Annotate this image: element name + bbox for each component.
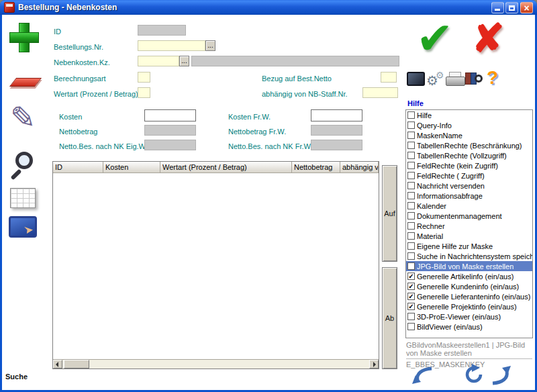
nebenkosten-kz-browse-button[interactable]: ...	[179, 56, 189, 66]
netto-bes-frw-field[interactable]	[311, 140, 362, 150]
netto-bes-eigw-label: Netto.Bes. nach NK Eig.W.	[59, 142, 147, 150]
help-list-item[interactable]: Rechner	[406, 221, 532, 231]
minimize-button[interactable]	[491, 2, 504, 13]
refresh-button[interactable]	[463, 364, 485, 388]
checkbox-icon[interactable]: ✓	[407, 293, 415, 300]
help-list-item[interactable]: Suche in Nachrichtensystem speich	[406, 251, 532, 261]
nettobetrag-field[interactable]	[144, 125, 196, 136]
help-list-item[interactable]: Hilfe	[406, 110, 532, 120]
bestellnr-browse-button[interactable]: ...	[205, 40, 215, 51]
help-list-item[interactable]: FeldRechte ( Zugriff)	[406, 170, 532, 181]
checkbox-icon[interactable]	[407, 313, 415, 320]
checkbox-icon[interactable]	[407, 121, 415, 129]
checkbox-icon[interactable]: ✓	[407, 303, 415, 310]
help-list-item[interactable]: ✓Generelle Projektinfo (ein/aus)	[406, 301, 532, 311]
abhaengig-nb-staff-field[interactable]	[362, 87, 398, 98]
arrow-northeast-button[interactable]	[490, 364, 511, 388]
arrow-southwest-button[interactable]	[411, 366, 434, 388]
scrollbar-thumb[interactable]	[64, 360, 89, 369]
scroll-left-icon[interactable]	[53, 360, 62, 369]
help-list-item[interactable]: FeldRechte (kein Zugriff)	[406, 160, 532, 170]
maximize-button[interactable]	[505, 2, 518, 13]
nettobetrag-frw-field[interactable]	[311, 125, 362, 136]
checkbox-icon[interactable]	[407, 162, 415, 169]
exit-button[interactable]	[9, 216, 37, 238]
berechnungsart-field[interactable]	[138, 72, 150, 83]
help-list-item[interactable]: TabellenRechte (Beschränkung)	[406, 140, 532, 150]
help-item-label: Generelle Artikelinfo (ein/aus)	[417, 273, 514, 281]
checkbox-icon[interactable]	[407, 142, 415, 149]
help-list-item[interactable]: Kalender	[406, 201, 532, 211]
wertart-field[interactable]	[138, 87, 150, 98]
checkbox-icon[interactable]	[407, 202, 415, 209]
move-down-button[interactable]: Ab	[382, 267, 397, 369]
help-button[interactable]: ?	[487, 68, 498, 87]
checkbox-icon[interactable]	[407, 252, 415, 260]
exit-icon	[9, 216, 37, 238]
checkbox-icon[interactable]	[407, 232, 415, 240]
checkbox-icon[interactable]	[407, 172, 415, 179]
help-list-item[interactable]: TabellenRechte (Vollzugriff)	[406, 150, 532, 160]
window-title: Bestellung - Nebenkosten	[18, 3, 117, 12]
help-list-item[interactable]: MaskenName	[406, 130, 532, 140]
id-field[interactable]	[138, 25, 186, 36]
grid-column-header[interactable]: Kosten	[103, 162, 160, 173]
checkbox-icon[interactable]	[407, 182, 415, 189]
nebenkosten-kz-field[interactable]	[138, 56, 179, 66]
close-button[interactable]: ×	[520, 2, 533, 13]
grid-column-header[interactable]: ID	[53, 162, 103, 173]
help-list-item[interactable]: Dokumentenmanagement	[406, 211, 532, 221]
checkbox-icon[interactable]	[407, 111, 415, 119]
grid-body[interactable]	[53, 173, 379, 359]
help-list-item[interactable]: 3D-ProE-Viewer (ein/aus)	[406, 311, 532, 322]
checkbox-icon[interactable]	[407, 222, 415, 230]
checkbox-icon[interactable]	[407, 192, 415, 199]
bestellnr-field[interactable]	[138, 40, 205, 51]
confirm-button[interactable]: ✔	[416, 16, 453, 60]
search-button[interactable]	[9, 150, 40, 183]
netto-bes-eigw-field[interactable]	[144, 140, 196, 150]
help-list-item[interactable]: ✓Generelle Lieferanteninfo (ein/aus)	[406, 291, 532, 301]
grid-column-header[interactable]: abhängig v	[340, 162, 379, 173]
move-up-button[interactable]: Auf	[382, 165, 397, 262]
grid-column-header[interactable]: Wertart (Prozent / Betrag)	[160, 162, 292, 173]
archive-search-button[interactable]	[465, 70, 484, 87]
help-list-item[interactable]: JPG-Bild von Maske erstellen	[406, 261, 532, 271]
help-list-item[interactable]: Eigene Hilfe zur Maske	[406, 241, 532, 251]
checkbox-icon[interactable]	[407, 242, 415, 250]
checkbox-icon[interactable]	[407, 152, 415, 159]
checkbox-icon[interactable]	[407, 132, 415, 139]
help-list-item[interactable]: Nachricht versenden	[406, 181, 532, 191]
help-list-item[interactable]: Informationsabfrage	[406, 191, 532, 201]
monitor-icon	[407, 72, 425, 86]
help-list-item[interactable]: ✓Generelle Artikelinfo (ein/aus)	[406, 271, 532, 281]
kosten-field[interactable]	[144, 109, 196, 121]
help-list-item[interactable]: Material	[406, 231, 532, 241]
checkbox-icon[interactable]: ✓	[407, 283, 415, 290]
help-item-label: 3D-ProE-Viewer (ein/aus)	[417, 313, 501, 321]
bezug-best-netto-field[interactable]	[381, 72, 397, 83]
help-list-item[interactable]: BildViewer (ein/aus)	[406, 322, 532, 332]
checkbox-icon[interactable]	[407, 212, 415, 219]
nebenkosten-description-field[interactable]	[191, 56, 399, 66]
checkbox-icon[interactable]	[407, 262, 415, 270]
checkbox-icon[interactable]: ✓	[407, 273, 415, 280]
screen-button[interactable]	[407, 72, 425, 86]
print-button[interactable]	[446, 72, 464, 86]
table-button[interactable]	[10, 188, 36, 208]
checkbox-icon[interactable]	[407, 323, 415, 330]
window-icon[interactable]	[4, 2, 15, 13]
grid-column-header[interactable]: Nettobetrag	[292, 162, 340, 173]
maximize-icon	[509, 5, 515, 11]
settings-button[interactable]: ⚙⚙	[426, 70, 445, 88]
delete-button[interactable]	[13, 78, 38, 87]
scroll-right-icon[interactable]	[369, 360, 379, 369]
help-list-item[interactable]: ✓Generelle Kundeninfo (ein/aus)	[406, 281, 532, 291]
edit-button[interactable]: ✎	[10, 102, 36, 133]
cancel-button[interactable]: ✘	[472, 19, 505, 58]
grid-horizontal-scrollbar[interactable]	[53, 359, 379, 369]
kosten-frw-field[interactable]	[311, 109, 362, 121]
id-label: ID	[54, 28, 61, 36]
help-list-item[interactable]: Query-Info	[406, 120, 532, 130]
close-icon: ×	[521, 3, 532, 13]
